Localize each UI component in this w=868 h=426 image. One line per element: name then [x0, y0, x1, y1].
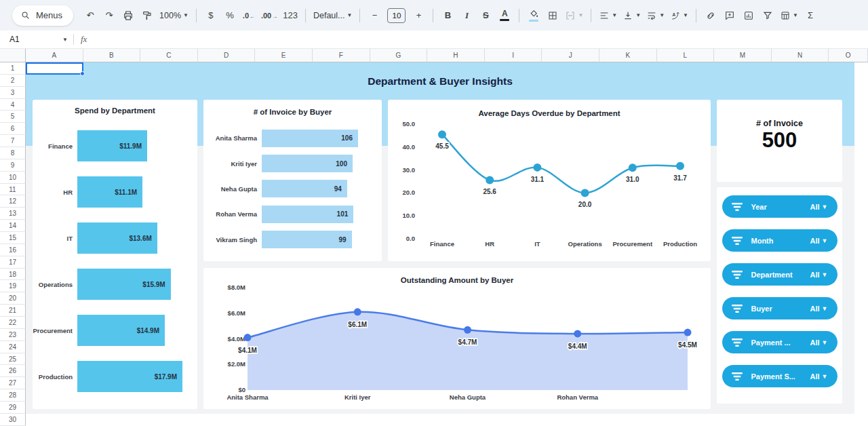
row-header-19[interactable]: 19: [0, 280, 26, 292]
formula-input[interactable]: [87, 31, 868, 48]
strikethrough-button[interactable]: S: [477, 6, 494, 24]
sheet-canvas[interactable]: Department & Buyer Insights Spend by Dep…: [26, 62, 868, 426]
font-select[interactable]: Defaul...▼: [311, 6, 354, 24]
decrease-decimal-button[interactable]: .0←: [240, 6, 258, 24]
chevron-down-icon[interactable]: ▼: [62, 37, 68, 43]
outstanding-amount-chart[interactable]: Outstanding Amount by Buyer$0$2.0M$4.0M$…: [203, 268, 711, 409]
insert-comment-button[interactable]: [721, 6, 738, 24]
column-header-N[interactable]: N: [772, 49, 829, 62]
row-header-5[interactable]: 5: [0, 111, 26, 123]
insert-chart-button[interactable]: [740, 6, 757, 24]
row-header-6[interactable]: 6: [0, 123, 26, 135]
fill-color-button[interactable]: [525, 6, 542, 24]
column-header-O[interactable]: O: [829, 49, 868, 62]
increase-decimal-button[interactable]: .00→: [259, 6, 279, 24]
redo-button[interactable]: ↷: [100, 6, 118, 24]
fill-handle[interactable]: [80, 71, 85, 76]
filter-pill-year[interactable]: YearAll▼: [722, 195, 837, 218]
select-all-corner[interactable]: [0, 49, 26, 62]
column-header-E[interactable]: E: [255, 49, 313, 62]
text-rotation-button[interactable]: A▼: [668, 6, 690, 24]
print-button[interactable]: [119, 6, 137, 24]
row-header-28[interactable]: 28: [0, 389, 26, 402]
zoom-select[interactable]: 100%▼: [157, 6, 191, 24]
row-header-30[interactable]: 30: [0, 414, 26, 426]
undo-button[interactable]: ↶: [81, 6, 99, 24]
row-header-8[interactable]: 8: [0, 147, 26, 159]
row-header-2[interactable]: 2: [0, 75, 26, 87]
row-header-18[interactable]: 18: [0, 269, 26, 281]
filter-pill-buyer[interactable]: BuyerAll▼: [722, 297, 837, 320]
row-header-26[interactable]: 26: [0, 365, 26, 377]
bar: $11.9M: [77, 130, 147, 161]
row-header-21[interactable]: 21: [0, 305, 26, 317]
row-header-11[interactable]: 11: [0, 184, 26, 196]
name-box[interactable]: A1 ▼: [9, 35, 73, 44]
row-header-1[interactable]: 1: [0, 62, 26, 75]
spend-by-department-chart[interactable]: Spend by Department Finance$11.9MHR$11.1…: [33, 100, 197, 409]
filter-pill-payment-s[interactable]: Payment S...All▼: [722, 365, 837, 387]
column-header-L[interactable]: L: [657, 49, 715, 62]
filter-pill-department[interactable]: DepartmentAll▼: [722, 263, 837, 286]
row-header-4[interactable]: 4: [0, 99, 26, 111]
column-header-F[interactable]: F: [313, 49, 370, 62]
paint-format-button[interactable]: [138, 6, 156, 24]
column-header-J[interactable]: J: [542, 49, 599, 62]
row-header-27[interactable]: 27: [0, 377, 26, 389]
vertical-align-button[interactable]: ▼: [620, 6, 643, 24]
increase-font-size-button[interactable]: +: [410, 6, 427, 24]
format-currency-button[interactable]: $: [202, 6, 220, 24]
row-header-7[interactable]: 7: [0, 135, 26, 147]
row-header-3[interactable]: 3: [0, 87, 26, 99]
row-header-20[interactable]: 20: [0, 292, 26, 305]
column-header-A[interactable]: A: [26, 49, 83, 62]
column-header-M[interactable]: M: [714, 49, 772, 62]
x-tick-label: Anita Sharma: [226, 393, 269, 401]
insert-link-button[interactable]: [702, 6, 719, 24]
column-header-I[interactable]: I: [485, 49, 542, 62]
menus-pill[interactable]: Menus: [12, 5, 73, 26]
row-header-12[interactable]: 12: [0, 195, 26, 208]
category-label: Procurement: [33, 327, 77, 334]
selected-cell-a1[interactable]: [26, 62, 83, 75]
more-formats-button[interactable]: 123: [281, 6, 300, 24]
column-header-G[interactable]: G: [370, 49, 428, 62]
row-header-9[interactable]: 9: [0, 159, 26, 172]
column-header-H[interactable]: H: [427, 49, 485, 62]
functions-button[interactable]: Σ: [802, 6, 819, 24]
column-header-D[interactable]: D: [198, 49, 256, 62]
row-header-10[interactable]: 10: [0, 172, 26, 184]
row-header-29[interactable]: 29: [0, 402, 26, 414]
column-header-K[interactable]: K: [599, 49, 657, 62]
row-header-15[interactable]: 15: [0, 232, 26, 244]
row-header-24[interactable]: 24: [0, 341, 26, 353]
table-views-button[interactable]: ▼: [778, 6, 800, 24]
row-header-17[interactable]: 17: [0, 256, 26, 269]
bold-button[interactable]: B: [439, 6, 456, 24]
row-header-23[interactable]: 23: [0, 329, 26, 341]
horizontal-align-button[interactable]: ▼: [597, 6, 619, 24]
invoices-by-buyer-chart[interactable]: # of Invoice by Buyer Anita Sharma106Kri…: [203, 100, 382, 261]
filter-pill-month[interactable]: MonthAll▼: [722, 229, 837, 252]
row-header-22[interactable]: 22: [0, 317, 26, 329]
create-filter-button[interactable]: [759, 6, 776, 24]
format-percent-button[interactable]: %: [221, 6, 239, 24]
row-header-25[interactable]: 25: [0, 353, 26, 366]
decrease-font-size-button[interactable]: −: [366, 6, 383, 24]
font-size-input[interactable]: 10: [387, 8, 406, 23]
bar: 99: [262, 231, 352, 248]
avg-days-overdue-chart[interactable]: Average Days Overdue by Department0.010.…: [388, 100, 711, 261]
column-header-C[interactable]: C: [140, 49, 198, 62]
text-wrap-button[interactable]: ▼: [644, 6, 667, 24]
row-header-16[interactable]: 16: [0, 244, 26, 256]
italic-button[interactable]: I: [458, 6, 475, 24]
column-header-B[interactable]: B: [83, 49, 141, 62]
filter-pill-payment[interactable]: Payment ...All▼: [722, 331, 837, 353]
borders-button[interactable]: [544, 6, 561, 24]
row-header-13[interactable]: 13: [0, 208, 26, 220]
invoice-count-scorecard[interactable]: # of Invoice 500: [717, 100, 842, 182]
chevron-down-icon: ▼: [612, 12, 617, 18]
row-header-14[interactable]: 14: [0, 220, 26, 232]
text-color-button[interactable]: A: [496, 6, 513, 24]
merge-cells-button[interactable]: ▼: [563, 6, 585, 24]
